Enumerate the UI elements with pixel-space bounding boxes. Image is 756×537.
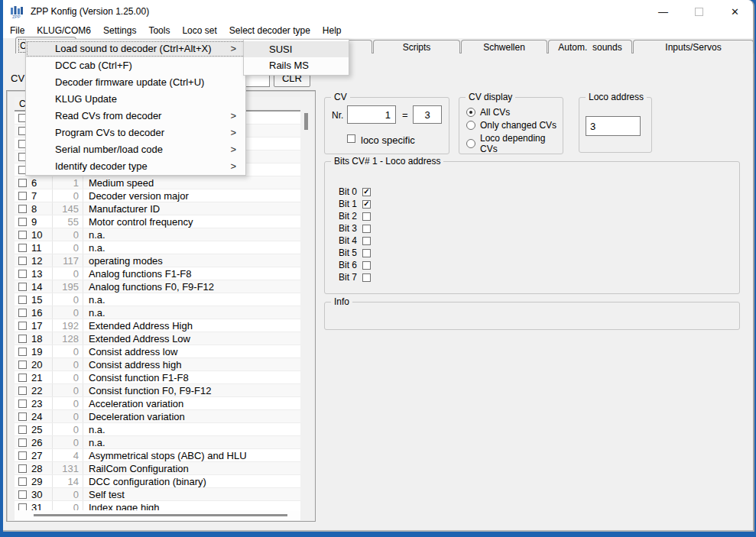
row-checkbox[interactable] bbox=[18, 309, 27, 317]
cv-value-input[interactable]: 3 bbox=[413, 105, 442, 124]
bit-checkbox-6[interactable] bbox=[362, 261, 371, 270]
row-checkbox[interactable] bbox=[18, 464, 27, 473]
menubar-item-settings[interactable]: Settings bbox=[97, 24, 142, 37]
row-checkbox[interactable] bbox=[18, 425, 27, 434]
menubar-item-help[interactable]: Help bbox=[316, 24, 348, 37]
row-checkbox[interactable] bbox=[18, 270, 27, 278]
table-row[interactable]: 150n.a. bbox=[15, 293, 300, 306]
table-row[interactable]: 18128Extended Address Low bbox=[15, 332, 300, 345]
row-checkbox[interactable] bbox=[18, 451, 27, 460]
tab-scripts[interactable]: Scripts bbox=[373, 40, 460, 53]
table-row[interactable]: 28131RailCom Configuration bbox=[15, 462, 300, 475]
table-row[interactable]: 200Consist address high bbox=[15, 358, 300, 371]
row-checkbox[interactable] bbox=[18, 490, 27, 499]
row-checkbox[interactable] bbox=[18, 218, 27, 226]
submenu-item-rails-ms[interactable]: Rails MS bbox=[244, 57, 349, 73]
table-row[interactable]: 230Acceleration variation bbox=[15, 397, 300, 410]
menu-item-serial-number-load-code[interactable]: Serial number/load code> bbox=[26, 141, 245, 157]
bit-checkbox-2[interactable] bbox=[362, 212, 371, 221]
menu-item-klug-update[interactable]: KLUG Update bbox=[26, 91, 245, 108]
loco-specific-checkbox[interactable] bbox=[347, 134, 355, 143]
close-button[interactable]: ✕ bbox=[717, 0, 753, 23]
table-row[interactable]: 70Decoder version major bbox=[15, 189, 300, 202]
submenu-item-susi[interactable]: SUSI bbox=[244, 41, 349, 57]
menubar-item-file[interactable]: File bbox=[4, 24, 31, 37]
row-checkbox[interactable] bbox=[18, 400, 27, 408]
table-row[interactable]: 240Deceleration variation bbox=[15, 410, 300, 423]
table-row[interactable]: 100n.a. bbox=[15, 228, 300, 241]
bit-checkbox-4[interactable] bbox=[362, 237, 371, 245]
table-row[interactable]: 160n.a. bbox=[15, 306, 300, 319]
menu-item-load-sound-to-decoder-ctrl-alt-x[interactable]: Load sound to decoder (Ctrl+Alt+X)> bbox=[26, 40, 245, 57]
menu-item-program-cvs-to-decoder[interactable]: Program CVs to decoder> bbox=[26, 124, 245, 141]
row-checkbox[interactable] bbox=[18, 412, 27, 421]
row-checkbox[interactable] bbox=[18, 322, 27, 330]
menu-item-read-cvs-from-decoder[interactable]: Read CVs from decoder> bbox=[26, 108, 245, 125]
table-row[interactable]: 110n.a. bbox=[15, 241, 300, 254]
cv-description: Asymmetrical stops (ABC) and HLU bbox=[83, 450, 300, 461]
table-row[interactable]: 61Medium speed bbox=[15, 176, 300, 189]
horizontal-scrollbar[interactable] bbox=[15, 510, 300, 520]
menubar-item-loco-set[interactable]: Loco set bbox=[176, 24, 222, 37]
table-row[interactable]: 12117operating modes bbox=[15, 254, 300, 267]
table-row[interactable]: 190Consist address low bbox=[15, 345, 300, 358]
row-checkbox[interactable] bbox=[18, 179, 27, 187]
row-checkbox[interactable] bbox=[18, 244, 27, 252]
menubar-item-tools[interactable]: Tools bbox=[142, 24, 176, 37]
row-checkbox[interactable] bbox=[18, 205, 27, 213]
bit-checkbox-5[interactable] bbox=[362, 249, 371, 257]
row-checkbox[interactable] bbox=[18, 283, 27, 291]
tab-inputs-servos[interactable]: Inputs/Servos bbox=[633, 40, 754, 53]
row-checkbox[interactable] bbox=[18, 438, 27, 447]
bit-checkbox-7[interactable] bbox=[362, 273, 371, 282]
table-row[interactable]: 274Asymmetrical stops (ABC) and HLU bbox=[15, 449, 300, 462]
table-row[interactable]: 2914DCC configuration (binary) bbox=[15, 475, 300, 488]
row-checkbox[interactable] bbox=[18, 387, 27, 395]
minimize-button[interactable]: — bbox=[645, 0, 681, 23]
bit-checkbox-0[interactable]: ✓ bbox=[362, 188, 371, 196]
tab-autom-sounds[interactable]: Autom. sounds bbox=[548, 40, 632, 53]
vertical-scrollbar-thumb[interactable] bbox=[304, 113, 308, 130]
row-checkbox[interactable] bbox=[18, 335, 27, 343]
table-row[interactable]: 250n.a. bbox=[15, 423, 300, 436]
loco-address-input[interactable]: 3 bbox=[586, 116, 641, 136]
table-row[interactable]: 220Consist function F0, F9-F12 bbox=[15, 384, 300, 397]
cv-number-input[interactable]: 1 bbox=[347, 105, 396, 124]
bit-checkbox-3[interactable] bbox=[362, 225, 371, 233]
radio-option-loco-depending-cvs[interactable]: Loco depending CVs bbox=[466, 133, 563, 154]
row-checkbox[interactable] bbox=[18, 296, 27, 304]
row-checkbox[interactable] bbox=[18, 361, 27, 369]
row-checkbox[interactable] bbox=[18, 231, 27, 239]
bit-checkbox-1[interactable]: ✓ bbox=[362, 200, 371, 209]
row-checkbox[interactable] bbox=[18, 477, 27, 486]
vertical-scrollbar[interactable] bbox=[300, 97, 313, 510]
table-row[interactable]: 14195Analog functions F0, F9-F12 bbox=[15, 280, 300, 293]
row-checkbox[interactable] bbox=[18, 348, 27, 356]
row-checkbox[interactable] bbox=[18, 374, 27, 382]
table-row[interactable]: 955Motor control frequency bbox=[15, 215, 300, 228]
row-checkbox[interactable] bbox=[18, 503, 27, 511]
radio-option-all-cvs[interactable]: All CVs bbox=[466, 107, 510, 118]
table-row[interactable]: 210Consist function F1-F8 bbox=[15, 371, 300, 384]
maximize-button[interactable] bbox=[681, 0, 717, 23]
cv-number-cell: 23 bbox=[15, 397, 53, 409]
table-row[interactable]: 130Analog functions F1-F8 bbox=[15, 267, 300, 280]
horizontal-scrollbar-thumb[interactable] bbox=[34, 514, 287, 516]
radio-label: All CVs bbox=[480, 107, 510, 118]
menu-item-identify-decoder-type[interactable]: Identify decoder type> bbox=[26, 157, 245, 174]
menubar-item-klug-com6[interactable]: KLUG/COM6 bbox=[31, 24, 97, 37]
table-row[interactable]: 17192Extended Address High bbox=[15, 319, 300, 332]
table-row[interactable]: 300Self test bbox=[15, 488, 300, 501]
table-row[interactable]: 8145Manufacturer ID bbox=[15, 202, 300, 215]
bit-label: Bit 3 bbox=[329, 223, 357, 234]
table-row[interactable]: 260n.a. bbox=[15, 436, 300, 449]
menu-item-dcc-cab-ctrl-f[interactable]: DCC cab (Ctrl+F) bbox=[26, 57, 245, 74]
table-row[interactable]: 310Index page high bbox=[15, 501, 300, 510]
row-checkbox[interactable] bbox=[18, 192, 27, 200]
tab-schwellen[interactable]: Schwellen bbox=[461, 40, 547, 53]
menubar-item-select-decoder-type[interactable]: Select decoder type bbox=[223, 24, 316, 37]
row-checkbox[interactable] bbox=[18, 257, 27, 265]
menu-item-decoder-firmware-update-ctrl-u[interactable]: Decoder firmware update (Ctrl+U) bbox=[26, 74, 245, 91]
radio-option-only-changed-cvs[interactable]: Only changed CVs bbox=[466, 120, 556, 131]
cv-number: 20 bbox=[31, 359, 42, 370]
